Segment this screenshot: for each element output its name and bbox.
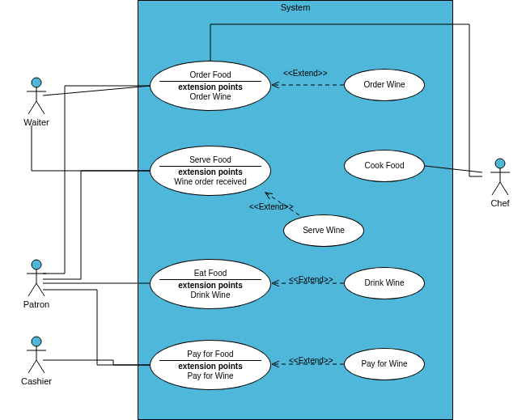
- usecase-title: Drink Wine: [365, 278, 405, 288]
- extend-label: <<Extend>>: [289, 275, 333, 284]
- usecase-pay-for-wine: Pay for Wine: [344, 348, 425, 380]
- stick-figure-icon: [25, 336, 48, 375]
- usecase-ext-header: extension points: [178, 362, 242, 371]
- usecase-drink-wine: Drink Wine: [344, 267, 425, 299]
- usecase-ext-header: extension points: [178, 281, 242, 291]
- extend-label: <<Extend>>: [289, 356, 333, 365]
- usecase-title: Pay for Wine: [361, 359, 407, 369]
- actor-label: Patron: [20, 299, 53, 309]
- svg-line-3: [28, 101, 36, 114]
- svg-line-19: [500, 182, 508, 195]
- diagram-stage: System Waiter Patron Cashier: [0, 0, 526, 420]
- usecase-cook-food: Cook Food: [344, 150, 425, 182]
- usecase-title: Order Food: [189, 70, 231, 80]
- svg-line-18: [492, 182, 500, 195]
- stick-figure-icon: [25, 77, 48, 116]
- svg-point-0: [32, 78, 41, 87]
- usecase-ext-header: extension points: [178, 83, 242, 92]
- usecase-ext-name: Wine order received: [174, 177, 246, 187]
- svg-point-5: [32, 260, 41, 269]
- extend-label: <<Extend>>: [283, 69, 328, 78]
- svg-line-13: [28, 360, 36, 373]
- stick-figure-icon: [25, 259, 48, 298]
- usecase-divider: [159, 279, 261, 280]
- usecase-title: Cook Food: [365, 161, 405, 171]
- actor-label: Cashier: [20, 376, 53, 386]
- usecase-divider: [159, 360, 261, 361]
- usecase-title: Pay for Food: [187, 350, 233, 359]
- svg-point-15: [495, 159, 505, 168]
- svg-point-10: [32, 337, 41, 346]
- actor-label: Waiter: [20, 117, 53, 127]
- usecase-order-wine: Order Wine: [344, 69, 425, 101]
- svg-line-4: [36, 101, 45, 114]
- usecase-ext-header: extension points: [178, 168, 242, 177]
- usecase-ext-name: Pay for Wine: [187, 371, 233, 381]
- usecase-serve-wine: Serve Wine: [283, 214, 364, 247]
- actor-cashier: Cashier: [20, 336, 53, 386]
- usecase-order-food: Order Food extension points Order Wine: [150, 61, 271, 111]
- usecase-ext-name: Drink Wine: [191, 291, 231, 300]
- actor-chef: Chef: [484, 158, 516, 208]
- actor-label: Chef: [484, 198, 516, 208]
- usecase-pay-for-food: Pay for Food extension points Pay for Wi…: [150, 340, 271, 390]
- usecase-serve-food: Serve Food extension points Wine order r…: [150, 146, 271, 196]
- usecase-eat-food: Eat Food extension points Drink Wine: [150, 259, 271, 309]
- svg-line-14: [36, 360, 45, 373]
- usecase-title: Serve Wine: [303, 226, 345, 235]
- usecase-title: Eat Food: [194, 269, 227, 278]
- actor-patron: Patron: [20, 259, 53, 309]
- svg-line-8: [28, 283, 36, 296]
- extend-label: <<Extend>>: [249, 202, 294, 211]
- system-title: System: [138, 2, 452, 12]
- usecase-divider: [159, 81, 261, 82]
- stick-figure-icon: [489, 158, 511, 197]
- usecase-ext-name: Order Wine: [189, 92, 231, 102]
- actor-waiter: Waiter: [20, 77, 53, 127]
- svg-line-20: [43, 86, 151, 95]
- usecase-divider: [159, 166, 261, 167]
- usecase-title: Serve Food: [189, 155, 231, 165]
- svg-line-9: [36, 283, 45, 296]
- usecase-title: Order Wine: [363, 80, 405, 90]
